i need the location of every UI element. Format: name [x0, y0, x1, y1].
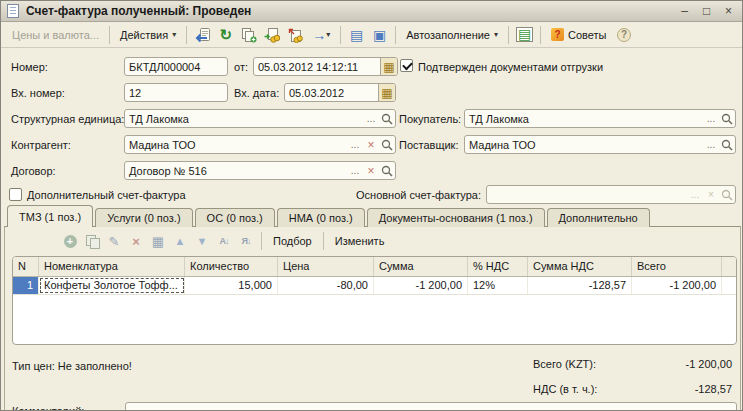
cell-total[interactable]: -1 200,00	[632, 277, 722, 294]
chevron-down-icon: ▾	[494, 30, 498, 39]
help-button[interactable]: ?	[612, 24, 635, 46]
magnifier-icon	[721, 139, 733, 151]
cell-price[interactable]: -80,00	[278, 277, 374, 294]
buyer-value: ТД Лакомка	[465, 113, 703, 125]
select-button[interactable]: ...	[347, 162, 363, 179]
cell-quantity[interactable]: 15,000	[185, 277, 278, 294]
report-icon: ▤	[516, 27, 533, 42]
additional-invoice-checkbox[interactable]	[9, 188, 22, 201]
tab-services[interactable]: Услуги (0 поз.)	[95, 208, 192, 227]
post-and-close-button[interactable]	[191, 24, 214, 46]
pick-button[interactable]: Подбор	[266, 231, 319, 251]
arrow-up-icon: ▲	[175, 235, 186, 247]
copy-row-button[interactable]	[81, 231, 103, 251]
tab-os[interactable]: ОС (0 поз.)	[195, 208, 275, 227]
magnifier-icon	[721, 189, 733, 201]
tab-additional[interactable]: Дополнительно	[547, 208, 650, 227]
structural-unit-field[interactable]: ТД Лакомка ...	[124, 109, 396, 128]
calendar-button[interactable]: ▦	[378, 84, 395, 101]
lookup-button[interactable]	[379, 110, 395, 127]
autofill-menu-button[interactable]: Автозаполнение ▾	[400, 26, 504, 44]
col-header-sum[interactable]: Сумма	[374, 257, 468, 276]
table-row[interactable]: 1 Конфеты Золотое Тофф... 15,000 -80,00 …	[13, 277, 736, 295]
lookup-button[interactable]	[719, 186, 735, 203]
copy-button[interactable]	[237, 24, 260, 46]
chevron-down-icon: ▾	[172, 30, 176, 39]
contract-value: Договор № 516	[125, 165, 347, 177]
cell-vat-sum[interactable]: -128,57	[528, 277, 632, 294]
close-button[interactable]: ×	[721, 4, 736, 18]
sort-desc-button[interactable]: Я↓	[235, 231, 257, 251]
enter-on-basis-out-button[interactable]	[283, 24, 306, 46]
vat-value: -128,57	[602, 383, 732, 395]
contract-field[interactable]: Договор № 516 ... ×	[124, 161, 396, 180]
actions-menu-button[interactable]: Действия ▾	[114, 26, 182, 44]
cell-filler	[722, 277, 736, 294]
col-header-total[interactable]: Всего	[632, 257, 722, 276]
confirmed-checkbox[interactable]	[400, 59, 413, 72]
tips-button[interactable]: ? Советы	[545, 25, 612, 44]
prices-currency-button[interactable]: Цены и валюта...	[6, 26, 105, 44]
col-header-n[interactable]: N	[13, 257, 39, 276]
lookup-button[interactable]	[719, 136, 735, 153]
col-header-vat-percent[interactable]: % НДС	[468, 257, 528, 276]
tab-tmz[interactable]: ТМЗ (1 поз.)	[7, 205, 93, 227]
report-button[interactable]: ▤	[513, 24, 536, 46]
incoming-number-field[interactable]: 12	[124, 83, 228, 102]
cell-vat-percent[interactable]: 12%	[468, 277, 528, 294]
additional-invoice-label[interactable]: Дополнительный счет-фактура	[27, 189, 186, 201]
col-header-quantity[interactable]: Количество	[185, 257, 278, 276]
lookup-button[interactable]	[379, 136, 395, 153]
number-field[interactable]: БКТДЛ000004	[124, 57, 228, 76]
lookup-button[interactable]	[719, 110, 735, 127]
chevron-down-icon: ▾	[326, 30, 330, 39]
document-structure-button[interactable]: ▣	[368, 24, 391, 46]
clear-button[interactable]: ×	[703, 186, 719, 203]
enter-on-basis-in-button[interactable]	[260, 24, 283, 46]
buyer-field[interactable]: ТД Лакомка ...	[464, 109, 736, 128]
cell-sum[interactable]: -1 200,00	[374, 277, 468, 294]
supplier-field[interactable]: Мадина ТОО ...	[464, 135, 736, 154]
move-up-button[interactable]: ▲	[169, 231, 191, 251]
change-button[interactable]: Изменить	[328, 231, 392, 251]
posting-results-button[interactable]: ▤	[345, 24, 368, 46]
cell-n[interactable]: 1	[13, 277, 39, 294]
col-header-vat-sum[interactable]: Сумма НДС	[528, 257, 632, 276]
items-table[interactable]: N Номенклатура Количество Цена Сумма % Н…	[12, 256, 737, 345]
tab-nma[interactable]: НМА (0 поз.)	[277, 208, 365, 227]
tmz-tab-panel: + ✎ × ▦ ▲ ▼ А↓ Я↓ Подбор Изменить N Номе…	[4, 226, 741, 411]
select-button[interactable]: ...	[703, 110, 719, 127]
add-row-button[interactable]: +	[59, 231, 81, 251]
sort-asc-button[interactable]: А↓	[213, 231, 235, 251]
confirmed-checkbox-label[interactable]: Подтвержден документами отгрузки	[418, 61, 603, 73]
calendar-button[interactable]: ▦	[380, 58, 397, 75]
main-invoice-label: Основной счет-фактура:	[356, 189, 481, 201]
cell-nomenclature[interactable]: Конфеты Золотое Тофф...	[39, 277, 185, 294]
move-down-button[interactable]: ▼	[191, 231, 213, 251]
col-header-nomenclature[interactable]: Номенклатура	[39, 257, 185, 276]
delete-row-button[interactable]: ×	[125, 231, 147, 251]
go-to-button[interactable]: → ▾	[306, 24, 336, 46]
comment-field[interactable]	[125, 402, 737, 411]
date-field[interactable]: 05.03.2012 14:12:11 ▦	[253, 57, 398, 76]
repost-button[interactable]: ↻	[214, 24, 237, 46]
select-button[interactable]: ...	[363, 110, 379, 127]
main-invoice-field[interactable]: ... ×	[486, 185, 736, 204]
totals-button[interactable]: ▦	[147, 231, 169, 251]
incoming-date-label: Вх. дата:	[234, 87, 279, 99]
clear-button[interactable]: ×	[363, 162, 379, 179]
col-header-price[interactable]: Цена	[278, 257, 374, 276]
grid-toolbar: + ✎ × ▦ ▲ ▼ А↓ Я↓ Подбор Изменить	[59, 230, 391, 252]
edit-row-button[interactable]: ✎	[103, 231, 125, 251]
select-button[interactable]: ...	[687, 186, 703, 203]
lookup-button[interactable]	[379, 162, 395, 179]
select-button[interactable]: ...	[347, 136, 363, 153]
incoming-date-field[interactable]: 05.03.2012 ▦	[284, 83, 396, 102]
clear-button[interactable]: ×	[363, 136, 379, 153]
minimize-button[interactable]: –	[677, 4, 692, 18]
structural-unit-label: Структурная единица:	[11, 113, 124, 125]
maximize-button[interactable]: □	[699, 4, 714, 18]
counterparty-field[interactable]: Мадина ТОО ... ×	[124, 135, 396, 154]
tab-basis-documents[interactable]: Документы-основания (1 поз.)	[367, 208, 545, 227]
select-button[interactable]: ...	[703, 136, 719, 153]
